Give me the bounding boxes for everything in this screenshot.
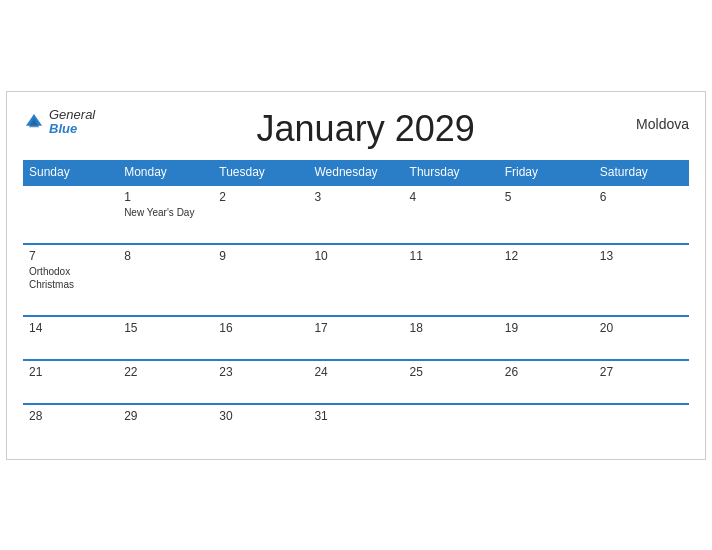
day-number: 26 <box>505 365 588 379</box>
calendar-cell: 21 <box>23 360 118 404</box>
calendar-cell: 19 <box>499 316 594 360</box>
calendar-cell: 28 <box>23 404 118 447</box>
day-of-week-thursday: Thursday <box>404 160 499 185</box>
calendar-grid: SundayMondayTuesdayWednesdayThursdayFrid… <box>23 160 689 447</box>
day-number: 1 <box>124 190 207 204</box>
day-number: 28 <box>29 409 112 423</box>
calendar-cell: 25 <box>404 360 499 404</box>
calendar-cell: 20 <box>594 316 689 360</box>
calendar-cell: 2 <box>213 185 308 244</box>
day-number: 27 <box>600 365 683 379</box>
week-row-1: 7Orthodox Christmas8910111213 <box>23 244 689 316</box>
day-number: 11 <box>410 249 493 263</box>
day-of-week-friday: Friday <box>499 160 594 185</box>
day-of-week-tuesday: Tuesday <box>213 160 308 185</box>
day-of-week-monday: Monday <box>118 160 213 185</box>
calendar-cell: 6 <box>594 185 689 244</box>
calendar: General Blue January 2029 Moldova Sunday… <box>6 91 706 460</box>
holiday-label: New Year's Day <box>124 206 207 219</box>
day-number: 21 <box>29 365 112 379</box>
logo-icon <box>23 111 45 133</box>
logo: General Blue <box>23 108 95 137</box>
day-number: 5 <box>505 190 588 204</box>
day-number: 12 <box>505 249 588 263</box>
calendar-cell: 13 <box>594 244 689 316</box>
day-number: 10 <box>314 249 397 263</box>
calendar-cell <box>404 404 499 447</box>
calendar-tbody: 1New Year's Day234567Orthodox Christmas8… <box>23 185 689 447</box>
calendar-cell: 24 <box>308 360 403 404</box>
day-number: 23 <box>219 365 302 379</box>
day-number: 30 <box>219 409 302 423</box>
day-number: 29 <box>124 409 207 423</box>
day-number: 19 <box>505 321 588 335</box>
calendar-cell: 17 <box>308 316 403 360</box>
day-number: 13 <box>600 249 683 263</box>
calendar-cell <box>23 185 118 244</box>
day-number: 3 <box>314 190 397 204</box>
day-number: 6 <box>600 190 683 204</box>
calendar-thead: SundayMondayTuesdayWednesdayThursdayFrid… <box>23 160 689 185</box>
calendar-cell: 14 <box>23 316 118 360</box>
logo-blue: Blue <box>49 122 95 136</box>
calendar-cell: 8 <box>118 244 213 316</box>
day-number: 9 <box>219 249 302 263</box>
calendar-cell: 18 <box>404 316 499 360</box>
week-row-2: 14151617181920 <box>23 316 689 360</box>
holiday-label: Orthodox Christmas <box>29 265 112 291</box>
calendar-title: January 2029 <box>95 108 636 150</box>
day-number: 17 <box>314 321 397 335</box>
logo-text: General Blue <box>49 108 95 137</box>
calendar-header: General Blue January 2029 Moldova <box>23 108 689 150</box>
calendar-cell <box>499 404 594 447</box>
day-of-week-saturday: Saturday <box>594 160 689 185</box>
country-label: Moldova <box>636 108 689 132</box>
day-number: 22 <box>124 365 207 379</box>
calendar-cell: 31 <box>308 404 403 447</box>
calendar-cell: 4 <box>404 185 499 244</box>
calendar-cell: 1New Year's Day <box>118 185 213 244</box>
calendar-cell: 15 <box>118 316 213 360</box>
day-number: 8 <box>124 249 207 263</box>
day-number: 4 <box>410 190 493 204</box>
day-number: 24 <box>314 365 397 379</box>
calendar-cell: 10 <box>308 244 403 316</box>
day-number: 14 <box>29 321 112 335</box>
calendar-cell: 26 <box>499 360 594 404</box>
day-of-week-wednesday: Wednesday <box>308 160 403 185</box>
day-number: 2 <box>219 190 302 204</box>
calendar-cell: 29 <box>118 404 213 447</box>
calendar-cell: 5 <box>499 185 594 244</box>
week-row-0: 1New Year's Day23456 <box>23 185 689 244</box>
calendar-cell: 16 <box>213 316 308 360</box>
day-number: 18 <box>410 321 493 335</box>
calendar-cell: 3 <box>308 185 403 244</box>
calendar-cell: 11 <box>404 244 499 316</box>
week-row-4: 28293031 <box>23 404 689 447</box>
calendar-cell: 27 <box>594 360 689 404</box>
calendar-cell: 30 <box>213 404 308 447</box>
week-row-3: 21222324252627 <box>23 360 689 404</box>
day-number: 15 <box>124 321 207 335</box>
calendar-cell: 7Orthodox Christmas <box>23 244 118 316</box>
calendar-cell: 23 <box>213 360 308 404</box>
day-number: 16 <box>219 321 302 335</box>
day-of-week-sunday: Sunday <box>23 160 118 185</box>
calendar-cell <box>594 404 689 447</box>
day-number: 20 <box>600 321 683 335</box>
day-number: 7 <box>29 249 112 263</box>
calendar-cell: 12 <box>499 244 594 316</box>
logo-general: General <box>49 108 95 122</box>
day-number: 25 <box>410 365 493 379</box>
days-of-week-row: SundayMondayTuesdayWednesdayThursdayFrid… <box>23 160 689 185</box>
day-number: 31 <box>314 409 397 423</box>
calendar-cell: 22 <box>118 360 213 404</box>
calendar-cell: 9 <box>213 244 308 316</box>
